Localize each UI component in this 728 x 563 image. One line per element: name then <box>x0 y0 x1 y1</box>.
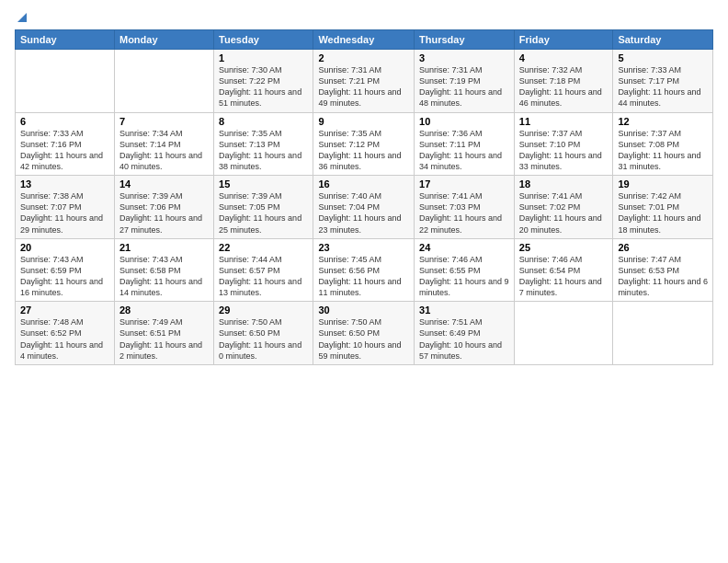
day-info: Sunrise: 7:41 AM Sunset: 7:02 PM Dayligh… <box>519 190 609 236</box>
day-cell: 14Sunrise: 7:39 AM Sunset: 7:06 PM Dayli… <box>114 176 213 239</box>
day-info: Sunrise: 7:41 AM Sunset: 7:03 PM Dayligh… <box>419 190 509 236</box>
day-cell: 3Sunrise: 7:31 AM Sunset: 7:19 PM Daylig… <box>415 50 515 113</box>
day-info: Sunrise: 7:35 AM Sunset: 7:13 PM Dayligh… <box>219 128 308 173</box>
week-row-5: 27Sunrise: 7:48 AM Sunset: 6:52 PM Dayli… <box>16 302 713 365</box>
day-info: Sunrise: 7:43 AM Sunset: 6:58 PM Dayligh… <box>119 254 209 299</box>
day-number: 16 <box>318 178 409 190</box>
day-info: Sunrise: 7:42 AM Sunset: 7:01 PM Dayligh… <box>618 190 708 236</box>
day-info: Sunrise: 7:38 AM Sunset: 7:07 PM Dayligh… <box>20 190 109 236</box>
day-info: Sunrise: 7:49 AM Sunset: 6:51 PM Dayligh… <box>119 316 209 362</box>
day-info: Sunrise: 7:37 AM Sunset: 7:10 PM Dayligh… <box>519 128 609 173</box>
day-cell: 12Sunrise: 7:37 AM Sunset: 7:08 PM Dayli… <box>613 112 713 176</box>
day-cell: 31Sunrise: 7:51 AM Sunset: 6:49 PM Dayli… <box>415 302 515 365</box>
day-number: 13 <box>20 178 109 190</box>
day-number: 29 <box>219 304 308 316</box>
day-number: 10 <box>419 116 509 127</box>
weekday-header-thursday: Thursday <box>415 30 515 50</box>
day-number: 6 <box>20 116 109 127</box>
day-cell: 19Sunrise: 7:42 AM Sunset: 7:01 PM Dayli… <box>613 176 713 239</box>
day-number: 22 <box>219 242 308 253</box>
day-cell: 25Sunrise: 7:46 AM Sunset: 6:54 PM Dayli… <box>514 238 613 302</box>
day-number: 24 <box>419 242 509 253</box>
day-info: Sunrise: 7:31 AM Sunset: 7:19 PM Dayligh… <box>419 64 509 109</box>
day-number: 23 <box>318 242 409 253</box>
day-cell: 20Sunrise: 7:43 AM Sunset: 6:59 PM Dayli… <box>16 238 115 302</box>
day-cell: 1Sunrise: 7:30 AM Sunset: 7:22 PM Daylig… <box>214 50 313 113</box>
day-info: Sunrise: 7:30 AM Sunset: 7:22 PM Dayligh… <box>219 64 308 109</box>
day-number: 12 <box>618 116 708 127</box>
day-cell: 10Sunrise: 7:36 AM Sunset: 7:11 PM Dayli… <box>415 112 515 176</box>
day-number: 8 <box>219 116 308 127</box>
svg-marker-0 <box>17 13 27 22</box>
day-info: Sunrise: 7:46 AM Sunset: 6:54 PM Dayligh… <box>519 254 609 299</box>
weekday-header-sunday: Sunday <box>16 30 115 50</box>
weekday-header-row: SundayMondayTuesdayWednesdayThursdayFrid… <box>16 30 713 50</box>
day-cell: 21Sunrise: 7:43 AM Sunset: 6:58 PM Dayli… <box>114 238 213 302</box>
day-number: 30 <box>318 304 409 316</box>
day-cell: 7Sunrise: 7:34 AM Sunset: 7:14 PM Daylig… <box>114 112 213 176</box>
day-info: Sunrise: 7:46 AM Sunset: 6:55 PM Dayligh… <box>419 254 509 299</box>
day-number: 15 <box>219 178 308 190</box>
day-info: Sunrise: 7:47 AM Sunset: 6:53 PM Dayligh… <box>618 254 708 299</box>
week-row-2: 6Sunrise: 7:33 AM Sunset: 7:16 PM Daylig… <box>16 112 713 176</box>
day-number: 17 <box>419 178 509 190</box>
day-cell: 16Sunrise: 7:40 AM Sunset: 7:04 PM Dayli… <box>313 176 415 239</box>
day-info: Sunrise: 7:39 AM Sunset: 7:05 PM Dayligh… <box>219 190 308 236</box>
day-cell: 22Sunrise: 7:44 AM Sunset: 6:57 PM Dayli… <box>214 238 313 302</box>
day-cell: 23Sunrise: 7:45 AM Sunset: 6:56 PM Dayli… <box>313 238 415 302</box>
day-cell: 17Sunrise: 7:41 AM Sunset: 7:03 PM Dayli… <box>415 176 515 239</box>
day-number: 21 <box>119 242 209 253</box>
header <box>15 11 713 22</box>
day-number: 18 <box>519 178 609 190</box>
day-cell: 9Sunrise: 7:35 AM Sunset: 7:12 PM Daylig… <box>313 112 415 176</box>
day-info: Sunrise: 7:37 AM Sunset: 7:08 PM Dayligh… <box>618 128 708 173</box>
day-info: Sunrise: 7:32 AM Sunset: 7:18 PM Dayligh… <box>519 64 609 109</box>
day-info: Sunrise: 7:48 AM Sunset: 6:52 PM Dayligh… <box>20 316 109 362</box>
day-number: 31 <box>419 304 509 316</box>
day-info: Sunrise: 7:45 AM Sunset: 6:56 PM Dayligh… <box>318 254 409 299</box>
weekday-header-friday: Friday <box>514 30 613 50</box>
calendar-page: SundayMondayTuesdayWednesdayThursdayFrid… <box>0 0 728 563</box>
day-info: Sunrise: 7:43 AM Sunset: 6:59 PM Dayligh… <box>20 254 109 299</box>
calendar-table: SundayMondayTuesdayWednesdayThursdayFrid… <box>15 29 713 365</box>
week-row-4: 20Sunrise: 7:43 AM Sunset: 6:59 PM Dayli… <box>16 238 713 302</box>
day-cell: 6Sunrise: 7:33 AM Sunset: 7:16 PM Daylig… <box>16 112 115 176</box>
day-cell <box>613 302 713 365</box>
day-info: Sunrise: 7:40 AM Sunset: 7:04 PM Dayligh… <box>318 190 409 236</box>
day-cell: 4Sunrise: 7:32 AM Sunset: 7:18 PM Daylig… <box>514 50 613 113</box>
day-cell: 8Sunrise: 7:35 AM Sunset: 7:13 PM Daylig… <box>214 112 313 176</box>
day-cell: 5Sunrise: 7:33 AM Sunset: 7:17 PM Daylig… <box>613 50 713 113</box>
day-number: 20 <box>20 242 109 253</box>
day-cell: 13Sunrise: 7:38 AM Sunset: 7:07 PM Dayli… <box>16 176 115 239</box>
day-cell: 30Sunrise: 7:50 AM Sunset: 6:50 PM Dayli… <box>313 302 415 365</box>
week-row-3: 13Sunrise: 7:38 AM Sunset: 7:07 PM Dayli… <box>16 176 713 239</box>
day-cell <box>514 302 613 365</box>
logo <box>15 11 28 22</box>
day-cell: 27Sunrise: 7:48 AM Sunset: 6:52 PM Dayli… <box>16 302 115 365</box>
day-info: Sunrise: 7:39 AM Sunset: 7:06 PM Dayligh… <box>119 190 209 236</box>
day-number: 14 <box>119 178 209 190</box>
day-number: 9 <box>318 116 409 127</box>
day-number: 28 <box>119 304 209 316</box>
day-info: Sunrise: 7:50 AM Sunset: 6:50 PM Dayligh… <box>318 316 409 362</box>
logo-triangle-icon <box>16 11 28 24</box>
day-number: 3 <box>419 52 509 63</box>
day-number: 19 <box>618 178 708 190</box>
day-info: Sunrise: 7:33 AM Sunset: 7:16 PM Dayligh… <box>20 128 109 173</box>
day-info: Sunrise: 7:34 AM Sunset: 7:14 PM Dayligh… <box>119 128 209 173</box>
day-info: Sunrise: 7:44 AM Sunset: 6:57 PM Dayligh… <box>219 254 308 299</box>
day-cell: 2Sunrise: 7:31 AM Sunset: 7:21 PM Daylig… <box>313 50 415 113</box>
day-info: Sunrise: 7:51 AM Sunset: 6:49 PM Dayligh… <box>419 316 509 362</box>
day-number: 11 <box>519 116 609 127</box>
day-cell: 18Sunrise: 7:41 AM Sunset: 7:02 PM Dayli… <box>514 176 613 239</box>
day-number: 26 <box>618 242 708 253</box>
day-info: Sunrise: 7:50 AM Sunset: 6:50 PM Dayligh… <box>219 316 308 362</box>
day-info: Sunrise: 7:35 AM Sunset: 7:12 PM Dayligh… <box>318 128 409 173</box>
day-number: 27 <box>20 304 109 316</box>
day-info: Sunrise: 7:31 AM Sunset: 7:21 PM Dayligh… <box>318 64 409 109</box>
weekday-header-monday: Monday <box>114 30 213 50</box>
day-number: 1 <box>219 52 308 63</box>
day-number: 25 <box>519 242 609 253</box>
day-number: 7 <box>119 116 209 127</box>
day-cell: 26Sunrise: 7:47 AM Sunset: 6:53 PM Dayli… <box>613 238 713 302</box>
